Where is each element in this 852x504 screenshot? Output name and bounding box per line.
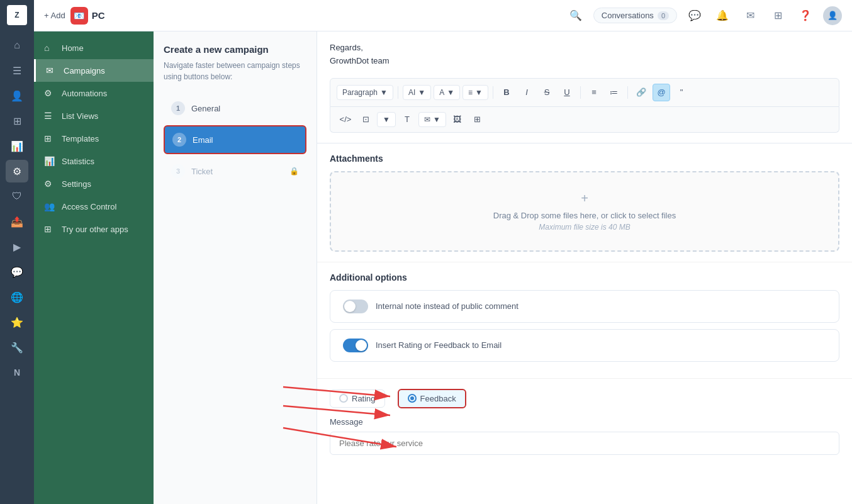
help-icon[interactable]: ❓ — [795, 6, 816, 26]
align-select[interactable]: ≡ ▼ — [462, 85, 488, 100]
sidebar-item-label-access-control: Access Control — [62, 202, 116, 211]
embed-button[interactable]: ⊡ — [357, 111, 374, 128]
insert-rating-toggle[interactable] — [343, 339, 368, 352]
add-button[interactable]: + Add — [44, 11, 65, 20]
settings-icon: ⚙ — [44, 179, 55, 189]
additional-options-section: Additional options Internal note instead… — [317, 262, 852, 379]
rail-icon-chat[interactable]: 💬 — [6, 260, 28, 283]
rail-icon-contacts[interactable]: 👤 — [6, 84, 28, 107]
rail-icon-reports[interactable]: 📊 — [6, 135, 28, 157]
message-icon[interactable]: ✉ — [740, 6, 760, 26]
message-label: Message — [330, 417, 839, 427]
step-1-general[interactable]: 1 General — [164, 95, 306, 121]
rail-icon-campaigns[interactable]: ⚙ — [6, 160, 28, 182]
conversations-button[interactable]: Conversations 0 — [593, 8, 677, 23]
rail-icon-home[interactable]: ⌂ — [6, 34, 28, 57]
grid-icon[interactable]: ⊞ — [768, 6, 788, 26]
quote-button[interactable]: " — [673, 84, 690, 101]
internal-note-row: Internal note instead of public comment — [330, 290, 839, 323]
sidebar-item-statistics[interactable]: 📊 Statistics — [34, 150, 154, 172]
unordered-list-button[interactable]: ≡ — [585, 84, 603, 101]
lock-icon: 🔒 — [289, 167, 299, 176]
conversations-label: Conversations — [602, 11, 654, 20]
step-1-label: General — [191, 104, 220, 113]
rail-icon-tool[interactable]: 🔧 — [6, 336, 28, 359]
sidebar-item-label-statistics: Statistics — [62, 157, 94, 166]
align-label: ≡ — [468, 88, 473, 97]
editor-toolbar-row2: </> ⊡ ▼ T ✉ ▼ 🖼 ⊞ — [330, 107, 839, 133]
conversations-badge: 0 — [658, 11, 669, 20]
sidebar-item-label-automations: Automations — [62, 89, 107, 98]
table-button[interactable]: ⊞ — [469, 111, 486, 128]
sidebar-item-campaigns[interactable]: ✉ Campaigns — [34, 59, 154, 82]
email-select[interactable]: ✉ ▼ — [418, 112, 446, 127]
ai-select[interactable]: AI ▼ — [403, 85, 431, 100]
additional-options-title: Additional options — [330, 272, 839, 283]
insert-rating-row: Insert Rating or Feedback to Email — [330, 329, 839, 362]
sidebar-item-access-control[interactable]: 👥 Access Control — [34, 195, 154, 218]
rating-options: Rating Feedback — [330, 389, 839, 408]
mention-button[interactable]: @ — [653, 84, 670, 101]
internal-note-slider — [343, 300, 368, 313]
search-icon[interactable]: 🔍 — [566, 6, 586, 26]
code-button[interactable]: </> — [337, 111, 354, 128]
sidebar-item-other-apps[interactable]: ⊞ Try our other apps — [34, 218, 154, 240]
color-select[interactable]: A ▼ — [434, 85, 460, 100]
step-2-label: Email — [193, 135, 213, 145]
rail-icon-dashboard[interactable]: ⊞ — [6, 109, 28, 132]
more-select[interactable]: ▼ — [377, 112, 396, 127]
email-chevron: ▼ — [433, 115, 440, 124]
feedback-radio[interactable]: Feedback — [398, 389, 466, 408]
create-campaign-title: Create a new campaign — [164, 44, 306, 55]
strikethrough-button[interactable]: S — [538, 84, 556, 101]
step-3-ticket[interactable]: 3 Ticket 🔒 — [164, 158, 306, 184]
topbar: + Add 📧 PC 🔍 Conversations 0 💬 🔔 ✉ ⊞ ❓ 👤 — [34, 0, 852, 31]
feedback-radio-circle — [408, 394, 417, 403]
bold-button[interactable]: B — [498, 84, 515, 101]
sidebar-item-list-views[interactable]: ☰ List Views — [34, 104, 154, 127]
chat-icon[interactable]: 💬 — [685, 6, 705, 26]
rating-radio[interactable]: Rating — [330, 389, 385, 408]
link-button[interactable]: 🔗 — [632, 84, 650, 101]
message-input[interactable] — [330, 432, 839, 455]
rail-icon-email-out[interactable]: 📤 — [6, 210, 28, 233]
campaigns-icon: ✉ — [46, 65, 57, 76]
image-button[interactable]: 🖼 — [449, 111, 466, 128]
file-dropzone[interactable]: + Drag & Drop some files here, or click … — [330, 171, 839, 252]
sidebar-item-label-list-views: List Views — [62, 111, 98, 121]
toolbar-divider-3 — [580, 86, 581, 99]
rail-icon-shield[interactable]: 🛡 — [6, 185, 28, 208]
paragraph-select[interactable]: Paragraph ▼ — [337, 85, 393, 100]
sidebar-item-automations[interactable]: ⚙ Automations — [34, 82, 154, 104]
rail-logo[interactable]: Z — [7, 5, 27, 25]
internal-note-knob — [344, 301, 356, 312]
rail-icon-n[interactable]: N — [6, 361, 28, 384]
brand-name: PC — [92, 10, 105, 21]
toolbar-divider-2 — [493, 86, 493, 99]
rating-radio-label: Rating — [352, 394, 376, 403]
italic-button[interactable]: I — [518, 84, 535, 101]
topbar-left: + Add 📧 PC — [44, 7, 104, 25]
email-signature: GrowthDot team — [330, 55, 839, 68]
rail-icon-list[interactable]: ☰ — [6, 59, 28, 82]
text-format-button[interactable]: T — [398, 111, 416, 128]
main-layout: ⌂ Home ✉ Campaigns ⚙ Automations ☰ List … — [34, 31, 852, 504]
internal-note-toggle[interactable] — [343, 300, 368, 313]
bell-icon[interactable]: 🔔 — [712, 6, 732, 26]
sidebar-item-settings[interactable]: ⚙ Settings — [34, 172, 154, 195]
editor-area: Regards, GrowthDot team Paragraph ▼ AI ▼… — [317, 31, 852, 143]
step-1-num: 1 — [171, 101, 185, 115]
create-campaign-desc: Navigate faster between campaign steps u… — [164, 60, 306, 82]
rail-icon-star[interactable]: ⭐ — [6, 311, 28, 333]
step-2-email[interactable]: 2 Email — [164, 125, 306, 154]
user-avatar[interactable]: 👤 — [823, 6, 842, 25]
list-views-icon: ☰ — [44, 111, 55, 121]
paragraph-chevron: ▼ — [380, 88, 388, 97]
sidebar-item-home[interactable]: ⌂ Home — [34, 36, 154, 59]
ordered-list-button[interactable]: ≔ — [605, 84, 623, 101]
attachments-title: Attachments — [330, 154, 839, 164]
rail-icon-video[interactable]: ▶ — [6, 235, 28, 258]
sidebar-item-templates[interactable]: ⊞ Templates — [34, 127, 154, 150]
rail-icon-globe[interactable]: 🌐 — [6, 286, 28, 308]
underline-button[interactable]: U — [558, 84, 576, 101]
